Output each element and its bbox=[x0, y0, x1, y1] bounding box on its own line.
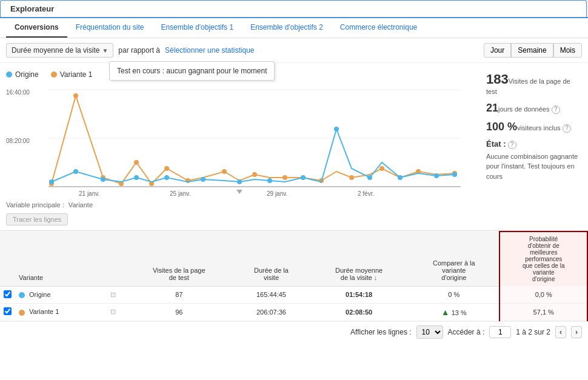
toolbar: Durée moyenne de la visite ▼ par rapport… bbox=[0, 38, 588, 63]
row1-copy-icon[interactable]: ⊡ bbox=[110, 291, 116, 298]
trace-lines-button[interactable]: Tracer les lignes bbox=[6, 213, 68, 225]
visitors-help-icon[interactable]: ? bbox=[563, 124, 571, 133]
tooltip-box: Test en cours : aucun gagnant pour le mo… bbox=[109, 61, 275, 81]
main-tab[interactable]: Explorateur bbox=[0, 0, 587, 17]
chart-column: Origine Variante 1 16:40:00 08:20:00 21 … bbox=[0, 63, 479, 230]
variante1-label: Variante 1 bbox=[60, 70, 93, 79]
chart-container: 16:40:00 08:20:00 21 janv. 25 janv. 29 j… bbox=[6, 84, 473, 199]
row1-duration: 165:44:45 bbox=[233, 286, 309, 303]
row2-dot bbox=[19, 310, 25, 316]
row2-variante-label: Variante 1 bbox=[29, 308, 59, 315]
page-number-input[interactable] bbox=[489, 326, 511, 338]
svg-point-18 bbox=[222, 169, 227, 174]
legend-variante1: Variante 1 bbox=[51, 70, 93, 79]
svg-point-16 bbox=[164, 166, 169, 171]
row1-variante: Origine bbox=[15, 286, 101, 303]
pagination-bar: Afficher les lignes : 10 25 50 Accéder à… bbox=[0, 321, 588, 342]
dropdown-arrow-icon: ▼ bbox=[102, 47, 108, 54]
nav-tab-commerce[interactable]: Commerce électronique bbox=[332, 18, 426, 38]
origine-dot bbox=[6, 72, 12, 78]
nav-tab-obj1[interactable]: Ensemble d'objectifs 1 bbox=[152, 18, 242, 38]
row2-copy-icon[interactable]: ⊡ bbox=[110, 308, 116, 315]
nav-tab-frequentation[interactable]: Fréquentation du site bbox=[67, 18, 153, 38]
svg-point-31 bbox=[201, 177, 205, 182]
row2-avg-duration: 02:08:50 bbox=[309, 303, 409, 321]
row1-checkbox[interactable] bbox=[4, 290, 12, 298]
go-label: Accéder à : bbox=[448, 328, 485, 336]
svg-text:21 janv.: 21 janv. bbox=[79, 190, 99, 197]
svg-point-28 bbox=[101, 177, 105, 182]
metric-dropdown[interactable]: Durée moyenne de la visite ▼ bbox=[6, 43, 113, 58]
legend-origine: Origine bbox=[6, 70, 39, 79]
svg-point-33 bbox=[267, 178, 272, 183]
rows-per-page-select[interactable]: 10 25 50 bbox=[416, 325, 443, 339]
time-buttons: Jour Semaine Mois bbox=[484, 43, 582, 58]
svg-point-14 bbox=[134, 160, 139, 165]
svg-point-23 bbox=[379, 166, 384, 171]
nav-tab-conversions[interactable]: Conversions bbox=[6, 18, 67, 38]
etat-section: État : ? Aucune combinaison gagnante pou… bbox=[486, 139, 581, 181]
time-btn-semaine[interactable]: Semaine bbox=[511, 43, 553, 58]
svg-point-37 bbox=[398, 175, 403, 180]
svg-text:16:40:00: 16:40:00 bbox=[6, 89, 30, 96]
svg-point-34 bbox=[301, 175, 306, 180]
row1-dot bbox=[19, 292, 25, 298]
nav-tabs: Conversions Fréquentation du site Ensemb… bbox=[0, 18, 588, 38]
origine-label: Origine bbox=[15, 70, 39, 79]
th-compare: Comparer à lavarianted'origine bbox=[409, 232, 499, 286]
days-number: 21 bbox=[486, 102, 498, 114]
svg-point-22 bbox=[349, 175, 354, 180]
table-row: Variante 1 ⊡ 96 206:07:36 02:08:50 ▲ 13 … bbox=[0, 303, 587, 321]
etat-description: Aucune combinaison gagnante pour l'insta… bbox=[486, 152, 581, 182]
row2-probability: 57,1 % bbox=[499, 303, 587, 321]
row2-visits: 96 bbox=[125, 303, 233, 321]
time-btn-jour[interactable]: Jour bbox=[484, 43, 511, 58]
etat-help-icon[interactable]: ? bbox=[508, 141, 516, 149]
next-page-button[interactable]: › bbox=[571, 326, 582, 338]
content-area: Origine Variante 1 16:40:00 08:20:00 21 … bbox=[0, 63, 588, 230]
svg-point-27 bbox=[73, 169, 78, 174]
th-visits: Visites de la pagede test bbox=[125, 232, 233, 286]
row2-compare: ▲ 13 % bbox=[409, 303, 499, 321]
nav-tab-obj2[interactable]: Ensemble d'objectifs 2 bbox=[242, 18, 332, 38]
show-label: Afficher les lignes : bbox=[350, 328, 412, 336]
metric-label: Durée moyenne de la visite bbox=[12, 46, 99, 55]
th-check bbox=[0, 232, 15, 286]
row2-duration: 206:07:36 bbox=[233, 303, 309, 321]
days-help-icon[interactable]: ? bbox=[552, 105, 560, 114]
days-stat: 21jours de données ? bbox=[486, 102, 581, 115]
row1-variante-label: Origine bbox=[29, 291, 50, 298]
row1-copy: ⊡ bbox=[101, 286, 124, 303]
svg-point-38 bbox=[434, 173, 439, 178]
svg-point-11 bbox=[73, 93, 78, 98]
row1-visits: 87 bbox=[125, 286, 233, 303]
table-header-row: Variante Visites de la pagede test Durée… bbox=[0, 232, 587, 286]
variable-line: Variable principale : Variante bbox=[6, 199, 473, 211]
th-probability: Probabilitéd'obtenir demeilleuresperform… bbox=[499, 232, 587, 286]
time-btn-mois[interactable]: Mois bbox=[553, 43, 582, 58]
th-icon bbox=[101, 232, 124, 286]
row2-checkbox[interactable] bbox=[4, 307, 12, 315]
table-row: Origine ⊡ 87 165:44:45 01:54:18 0 % 0,0 … bbox=[0, 286, 587, 303]
days-label: jours de données bbox=[498, 105, 549, 113]
svg-point-35 bbox=[334, 127, 339, 132]
row2-copy: ⊡ bbox=[101, 303, 124, 321]
svg-point-29 bbox=[134, 175, 139, 180]
svg-text:08:20:00: 08:20:00 bbox=[6, 138, 30, 144]
svg-point-32 bbox=[237, 179, 242, 184]
th-avg-duration: Durée moyennede la visite ↓ bbox=[309, 232, 409, 286]
row2-variante: Variante 1 bbox=[15, 303, 101, 321]
data-table: Variante Visites de la pagede test Durée… bbox=[0, 231, 588, 321]
par-rapport-label: par rapport à bbox=[118, 46, 160, 55]
select-stat-link[interactable]: Sélectionner une statistique bbox=[165, 46, 254, 55]
variable-value: Variante bbox=[68, 201, 93, 208]
svg-text:25 janv.: 25 janv. bbox=[170, 190, 190, 197]
row1-check bbox=[0, 286, 15, 303]
right-panel: 183Visites de la page de test 21jours de… bbox=[479, 63, 588, 230]
row1-compare: 0 % bbox=[409, 286, 499, 303]
variable-label: Variable principale : bbox=[6, 201, 64, 208]
prev-page-button[interactable]: ‹ bbox=[555, 326, 566, 338]
visits-number: 183 bbox=[486, 72, 509, 87]
visitors-label: visiteurs inclus bbox=[517, 124, 561, 132]
svg-point-19 bbox=[252, 172, 257, 177]
